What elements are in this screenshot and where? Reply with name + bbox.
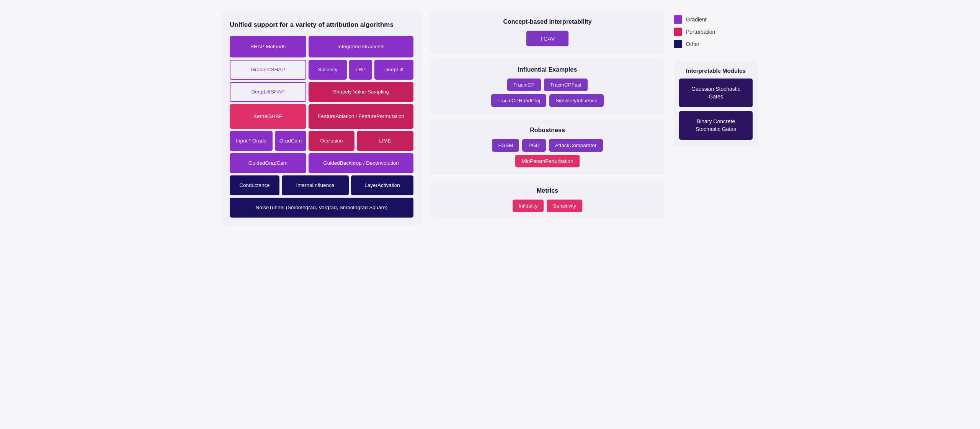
infidelity-chip: Infidelity	[513, 200, 544, 212]
grid-row-6: GuidedGradCam GuidedBackprop / Deconvolu…	[230, 153, 413, 173]
gradient-label: Gradient	[686, 16, 707, 23]
grid-row-3: DeepLiftSHAP Shapely Value Sampling	[230, 82, 413, 102]
main-container: Unified support for a variety of attribu…	[222, 11, 758, 225]
grid-row-2: GradientSHAP Saliency LRP DeepLift	[230, 60, 413, 80]
inputgrads-cell: Input * Grads	[230, 131, 273, 151]
tracincprandproj-chip: TracinCPRandProj	[491, 94, 546, 107]
shap-methods-cell: SHAP Methods	[230, 36, 306, 57]
influential-row1: TracinCP TracinCPFast	[507, 79, 588, 91]
legend-area: Gradient Perturbation Other	[674, 11, 758, 52]
attackcomparator-chip: AttackComparator	[549, 139, 603, 152]
gradientshap-cell: GradientSHAP	[230, 60, 306, 80]
perturbation-label: Perturbation	[686, 29, 715, 35]
lrp-cell: LRP	[349, 60, 372, 80]
attribution-grid: SHAP Methods Integrated Gradients Gradie…	[230, 36, 413, 218]
kernelshap-cell: KernelSHAP	[230, 104, 306, 129]
lime-cell: LIME	[357, 131, 413, 151]
concept-title: Concept-based interpretability	[438, 18, 657, 25]
gaussian-stochastic-gates-chip: Gaussian Stochastic Gates	[679, 79, 753, 107]
grid-row-7: Conductance InternalInfluence LayerActiv…	[230, 175, 413, 195]
internalinfluence-cell: InternalInfluence	[282, 175, 349, 195]
sensitivity-chip: Sensitivity	[547, 200, 582, 212]
fgsm-chip: FGSM	[492, 139, 519, 152]
influential-title: Influential Examples	[438, 66, 657, 73]
legend-perturbation: Perturbation	[674, 28, 758, 36]
shapely-value-sampling-cell: Shapely Value Sampling	[309, 82, 413, 102]
deeplift-cell: DeepLift	[374, 60, 413, 80]
grid-row-8: NoiseTunnel (Smoothgrad, Vargrad, Smooth…	[230, 198, 413, 218]
tracincp-chip: TracinCP	[507, 79, 541, 91]
metrics-title: Metrics	[438, 187, 657, 194]
metrics-section: Metrics Infidelity Sensitivity	[430, 180, 665, 219]
influential-row2: TracinCPRandProj SimilarityInfluence	[491, 94, 604, 107]
similarityinfluence-chip: SimilarityInfluence	[549, 94, 604, 107]
concept-section: Concept-based interpretability TCAV	[430, 11, 665, 53]
gradcam-cell: GradCam	[275, 131, 306, 151]
other-swatch	[674, 40, 682, 48]
interpretable-title: Interpretable Modules	[679, 67, 753, 74]
robustness-section: Robustness FGSM PGD AttackComparator Min…	[430, 120, 665, 174]
robustness-chips: FGSM PGD AttackComparator MinParamPertur…	[438, 139, 657, 167]
legend-other: Other	[674, 40, 758, 48]
other-label: Other	[686, 41, 699, 47]
grid-row-1: SHAP Methods Integrated Gradients	[230, 36, 413, 57]
integrated-gradients-cell: Integrated Gradients	[309, 36, 413, 57]
occlusion-cell: Occlusion	[309, 131, 354, 151]
tracincpfast-chip: TracinCPFast	[544, 79, 588, 91]
metrics-chips: Infidelity Sensitivity	[438, 200, 657, 212]
guidedgradcam-cell: GuidedGradCam	[230, 153, 306, 173]
robustness-title: Robustness	[438, 127, 657, 134]
right-panel: Gradient Perturbation Other Interpretabl…	[674, 11, 758, 225]
influential-chips: TracinCP TracinCPFast TracinCPRandProj S…	[438, 79, 657, 107]
middle-panel: Concept-based interpretability TCAV Infl…	[430, 11, 665, 225]
gradient-swatch	[674, 15, 682, 24]
saliency-cell: Saliency	[309, 60, 347, 80]
binary-concrete-stochastic-gates-chip: Binary Concrete Stochastic Gates	[679, 111, 753, 140]
pgd-chip: PGD	[522, 139, 546, 152]
tcav-chip: TCAV	[526, 31, 569, 46]
left-panel-title: Unified support for a variety of attribu…	[230, 21, 413, 29]
interpretable-modules: Interpretable Modules Gaussian Stochasti…	[674, 61, 758, 146]
featureablation-cell: FeatureAblation / FeaturePermutation	[309, 104, 413, 129]
grid-row-4: KernelSHAP FeatureAblation / FeaturePerm…	[230, 104, 413, 129]
guidedbackprop-cell: GuidedBackprop / Deconvolution	[309, 153, 413, 173]
layeractivation-cell: LayerActivation	[351, 175, 413, 195]
grid-row-5: Input * Grads GradCam Occlusion LIME	[230, 131, 413, 151]
minparamperturbation-chip: MinParamPerturbation	[515, 155, 579, 167]
robustness-row1: FGSM PGD AttackComparator	[492, 139, 603, 152]
concept-chips: TCAV	[438, 31, 657, 46]
deepliftshap-cell: DeepLiftSHAP	[230, 82, 306, 102]
conductance-cell: Conductance	[230, 175, 279, 195]
perturbation-swatch	[674, 28, 682, 36]
influential-section: Influential Examples TracinCP TracinCPFa…	[430, 59, 665, 114]
noisetunnel-cell: NoiseTunnel (Smoothgrad, Vargrad, Smooth…	[230, 198, 413, 218]
legend-gradient: Gradient	[674, 15, 758, 24]
robustness-row2: MinParamPerturbation	[515, 155, 579, 167]
left-panel: Unified support for a variety of attribu…	[222, 11, 421, 225]
